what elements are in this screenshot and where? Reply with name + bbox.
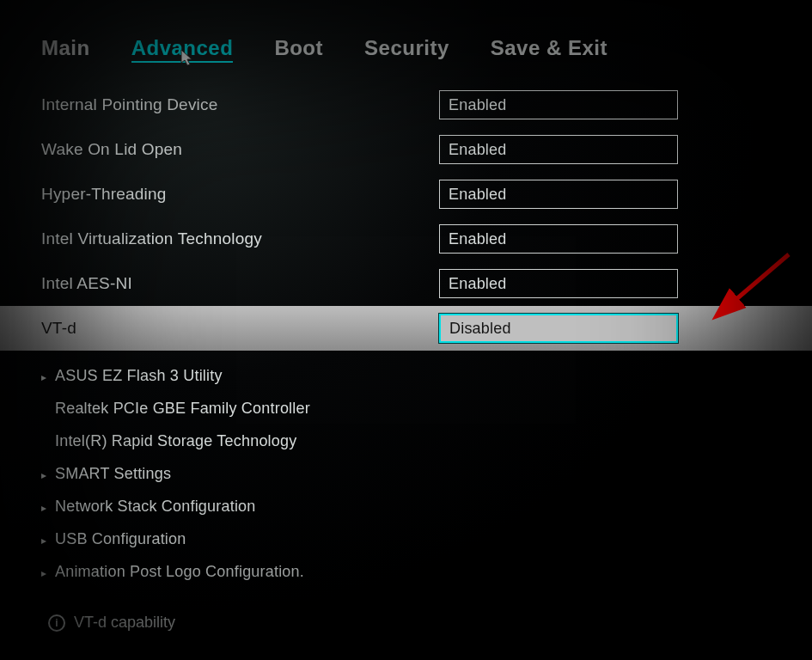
submenu-label: SMART Settings [53, 465, 778, 483]
row-hyper-threading[interactable]: Hyper-Threading Enabled [0, 172, 812, 217]
tab-boot[interactable]: Boot [274, 36, 323, 60]
chevron-right-icon [41, 530, 53, 548]
submenu-label: Intel(R) Rapid Storage Technology [53, 432, 778, 450]
setting-label: Intel AES-NI [41, 274, 439, 293]
tab-bar: Main Advanced Boot Security Save & Exit [0, 0, 812, 70]
submenu-label: Animation Post Logo Configuration. [53, 563, 778, 581]
chevron-right-icon [41, 465, 53, 483]
tab-save-exit[interactable]: Save & Exit [491, 36, 607, 60]
setting-label: VT-d [41, 319, 439, 338]
setting-label: Intel Virtualization Technology [41, 229, 439, 248]
settings-list: Internal Pointing Device Enabled Wake On… [0, 70, 812, 632]
value-intel-aes-ni[interactable]: Enabled [439, 269, 678, 298]
row-wake-on-lid-open[interactable]: Wake On Lid Open Enabled [0, 127, 812, 172]
submenu-label: Realtek PCIe GBE Family Controller [53, 400, 778, 418]
row-intel-aes-ni[interactable]: Intel AES-NI Enabled [0, 261, 812, 306]
submenu-network-stack[interactable]: Network Stack Configuration [0, 490, 812, 522]
info-icon: i [48, 614, 65, 632]
value-internal-pointing-device[interactable]: Enabled [439, 90, 678, 119]
value-hyper-threading[interactable]: Enabled [439, 180, 678, 209]
submenu-intel-rst[interactable]: Intel(R) Rapid Storage Technology [0, 425, 812, 457]
submenu-usb-configuration[interactable]: USB Configuration [0, 522, 812, 555]
tab-security[interactable]: Security [364, 36, 449, 60]
value-intel-virtualization[interactable]: Enabled [439, 224, 678, 254]
tab-advanced[interactable]: Advanced [131, 36, 234, 60]
chevron-right-icon [41, 367, 53, 385]
chevron-right-icon [41, 563, 53, 581]
value-wake-on-lid-open[interactable]: Enabled [439, 135, 678, 164]
row-internal-pointing-device[interactable]: Internal Pointing Device Enabled [0, 82, 812, 127]
row-vt-d[interactable]: VT-d Disabled [0, 306, 812, 351]
chevron-right-icon [41, 498, 53, 516]
value-vt-d[interactable]: Disabled [439, 314, 678, 343]
submenu-smart-settings[interactable]: SMART Settings [0, 457, 812, 490]
setting-label: Internal Pointing Device [41, 95, 439, 114]
submenu-realtek-gbe[interactable]: Realtek PCIe GBE Family Controller [0, 392, 812, 425]
submenu-label: USB Configuration [53, 530, 778, 548]
tab-main[interactable]: Main [41, 36, 90, 60]
help-text: VT-d capability [74, 614, 175, 632]
row-intel-virtualization[interactable]: Intel Virtualization Technology Enabled [0, 217, 812, 261]
submenu-animation-post-logo[interactable]: Animation Post Logo Configuration. [0, 555, 812, 588]
submenu-label: ASUS EZ Flash 3 Utility [53, 367, 778, 385]
setting-label: Hyper-Threading [41, 185, 439, 204]
submenu-ez-flash[interactable]: ASUS EZ Flash 3 Utility [0, 359, 812, 392]
setting-label: Wake On Lid Open [41, 140, 439, 159]
submenu-label: Network Stack Configuration [53, 498, 778, 516]
help-bar: i VT-d capability [0, 588, 812, 632]
